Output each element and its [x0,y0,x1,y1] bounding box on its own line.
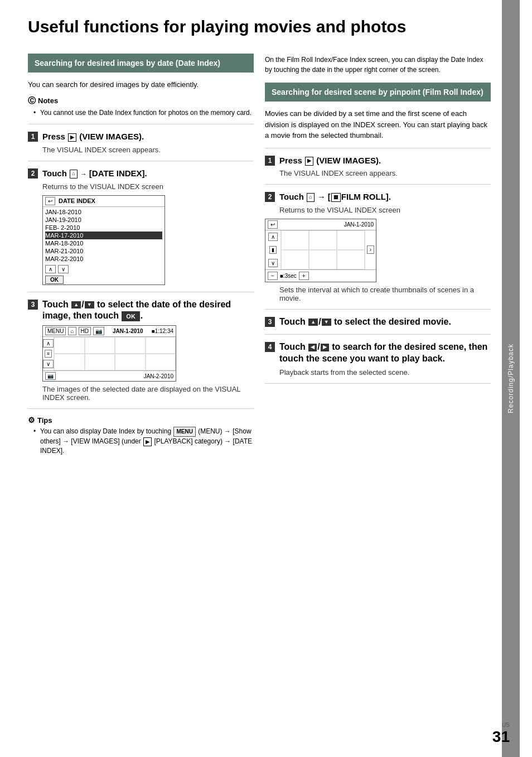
film-up-arrow[interactable]: ∧ [268,233,278,241]
film-back-btn[interactable]: ↩ [268,220,278,229]
date-index-screen: ↩ DATE INDEX JAN-18-2010 JAN-19-2010 FEB… [42,195,165,285]
film-plus-btn[interactable]: + [299,272,309,280]
divider-r3 [265,309,491,310]
step-3-sub: The images of the selected date are disp… [42,385,254,402]
sidebar-tab: Recording/Playback [502,0,520,757]
step-1-text: Press ▶ (VIEW IMAGES). [42,131,144,142]
film-minus-btn[interactable]: − [268,272,278,280]
home-icon-l2: ⌂ [70,170,77,179]
menu-btn-tips[interactable]: MENU [173,427,195,437]
down-arrow-icon-r: ▼ [322,319,331,326]
divider-2 [28,161,254,161]
visual-cell-8[interactable] [146,354,176,370]
date-item-2[interactable]: FEB- 2-2010 [45,224,162,232]
date-item-5[interactable]: MAR-21-2010 [45,247,162,255]
page-title: Useful functions for playing movies and … [28,17,491,37]
visual-footer-date: JAN-2-2010 [144,373,173,379]
visual-cell-7[interactable] [115,354,146,370]
step-2-sub: Returns to the VISUAL INDEX screen [42,182,254,191]
visual-down-arrow[interactable]: ∨ [43,360,54,368]
right-step-4: 4 Touch ◀/▶ to search for the desired sc… [265,341,491,377]
screen-back-btn[interactable]: ↩ [45,197,55,205]
right-step-1-sub: The VISUAL INDEX screen appears. [279,169,491,177]
step-num-3: 3 [28,300,38,310]
notes-list: You cannot use the Date Index function f… [28,108,254,118]
screen-ok-button[interactable]: OK [45,276,64,284]
divider-1 [28,124,254,124]
page-number: 31 [492,728,510,745]
divider-r5 [265,383,491,384]
view-images-icon-r: ▶ [305,157,313,166]
hd-icon[interactable]: HD [79,327,91,335]
date-item-1[interactable]: JAN-19-2010 [45,216,162,224]
nav-down-arrow[interactable]: ∨ [58,265,69,273]
tips-icon: ⚙ [28,416,35,425]
visual-cell-3[interactable] [115,337,146,354]
film-list-icon[interactable]: ▮ [269,246,277,254]
step-num-1: 1 [28,132,38,142]
home-icon-v[interactable]: ⌂ [68,327,76,335]
up-arrow-icon: ▲ [71,301,81,309]
film-right-arrow[interactable]: › [367,245,374,254]
divider-4 [28,408,254,409]
menu-icon[interactable]: MENU [45,327,66,335]
visual-up-arrow[interactable]: ∧ [43,339,54,348]
right-step-num-2: 2 [265,192,275,202]
date-item-3[interactable]: MAR-17-2010 [45,232,162,239]
photo-icon-v[interactable]: 📷 [93,327,104,335]
date-index-list: JAN-18-2010 JAN-19-2010 FEB- 2-2010 MAR-… [43,207,165,264]
date-item-6[interactable]: MAR-22-2010 [45,255,162,263]
tips-label: Tips [37,416,52,425]
left-arrow-icon: ◀ [308,344,317,351]
right-step-3-text: Touch ▲/▼ to select the desired movie. [279,316,451,328]
visual-cell-4[interactable] [146,337,176,354]
film-roll-intro: Movies can be divided by a set time and … [265,108,491,141]
cam-icon-footer[interactable]: 📷 [45,372,56,380]
screen-ok-row: OK [43,274,165,285]
right-step-num-3: 3 [265,317,275,327]
page-number-area: US 31 [492,722,510,746]
date-index-section-header: Searching for desired images by date (Da… [28,54,254,73]
divider-r2 [265,184,491,185]
step-2-text: Touch ⌂ → [DATE INDEX]. [42,168,147,179]
visual-cell-1[interactable] [54,337,85,354]
visual-cell-2[interactable] [85,337,115,354]
film-cell-3[interactable] [337,230,365,250]
divider-3 [28,292,254,292]
visual-time: ■1:12:34 [152,328,173,334]
right-step-1: 1 Press ▶ (VIEW IMAGES). The VISUAL INDE… [265,155,491,178]
home-icon-r2: ⌂ [307,193,314,202]
film-header-date: JAN-1-2010 [344,221,374,228]
film-cell-5[interactable] [309,250,337,269]
right-step-3: 3 Touch ▲/▼ to select the desired movie. [265,316,491,328]
visual-nav-col: ∧ ≡ ∨ [43,337,54,370]
step-1-sub: The VISUAL INDEX screen appears. [42,146,254,154]
right-step-2: 2 Touch ⌂ → [▦FILM ROLL]. Returns to the… [265,191,491,302]
film-cell-2[interactable] [309,230,337,250]
tips-item-1: You can also display Date Index by touch… [33,427,254,456]
film-cell-4[interactable] [281,250,309,269]
film-down-arrow[interactable]: ∨ [268,259,278,267]
date-index-intro: You can search for desired images by dat… [28,79,254,90]
date-item-4[interactable]: MAR-18-2010 [45,239,162,247]
divider-r4 [265,334,491,335]
tips-continuation-right: On the Film Roll Index/Face Index screen… [265,54,491,75]
visual-cell-6[interactable] [85,354,115,370]
step-num-2: 2 [28,168,38,179]
film-cell-6[interactable] [337,250,365,269]
notes-header: Ⓒ Notes [28,96,254,106]
date-item-0[interactable]: JAN-18-2010 [45,208,162,216]
down-arrow-icon: ▼ [85,301,94,309]
left-step-3: 3 Touch ▲/▼ to select the date of the de… [28,299,254,402]
visual-cell-5[interactable] [54,354,85,370]
notes-item-1: You cannot use the Date Index function f… [33,108,254,118]
film-cell-1[interactable] [281,230,309,250]
screen-title: DATE INDEX [59,197,95,204]
screen-nav-row: ∧ ∨ [43,264,165,274]
visual-list-icon[interactable]: ≡ [45,350,52,358]
visual-index-screen: MENU ⌂ HD 📷 JAN-1-2010 ■1:12:34 ∧ ≡ [42,325,176,382]
visual-date: JAN-1-2010 [113,328,143,334]
notes-icon: Ⓒ [28,96,36,106]
ok-button-step3[interactable]: OK [122,311,140,321]
nav-up-arrow[interactable]: ∧ [45,265,56,273]
